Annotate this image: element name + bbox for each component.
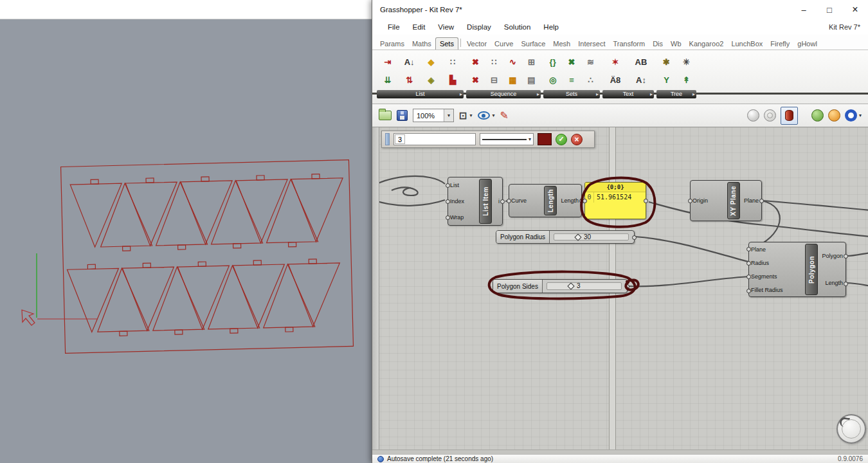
cull-index-icon[interactable]: ✖: [466, 71, 485, 89]
preview-wireframe-icon[interactable]: [764, 109, 776, 122]
component-xy-plane[interactable]: Origin XY Plane Plane: [690, 180, 762, 221]
rhino-viewport[interactable]: [0, 19, 372, 463]
partition-list-icon[interactable]: ∷: [442, 53, 464, 71]
group-expand-icon[interactable]: ▸: [650, 90, 653, 98]
color-swatch[interactable]: [538, 133, 552, 145]
series-icon[interactable]: ⊟: [485, 71, 503, 89]
open-file-icon[interactable]: [379, 111, 392, 120]
dropdown-icon[interactable]: ▾: [493, 113, 495, 118]
tab-firefly[interactable]: Firefly: [766, 38, 793, 50]
zoom-extents-icon[interactable]: ⊡: [459, 110, 467, 122]
sort-text-icon[interactable]: A↕: [628, 71, 654, 89]
accept-button[interactable]: ✓: [556, 134, 567, 145]
preview-quality-icon[interactable]: [828, 109, 840, 122]
group-expand-icon[interactable]: ▸: [537, 90, 539, 98]
explode-tree-icon[interactable]: ✱: [656, 53, 676, 71]
dropdown-icon[interactable]: ▾: [859, 113, 862, 118]
input-port[interactable]: [583, 199, 587, 203]
component-core[interactable]: XY Plane: [727, 182, 740, 219]
insert-items-icon[interactable]: ⇥: [377, 53, 399, 71]
maximize-button[interactable]: □: [817, 0, 842, 19]
input-port[interactable]: [507, 199, 511, 203]
flatten-tree-icon[interactable]: ✳: [676, 53, 696, 71]
component-list-item[interactable]: List Index Wrap List Item i: [448, 177, 503, 226]
preview-shaded-button[interactable]: [781, 107, 798, 125]
preview-eye-icon[interactable]: [478, 111, 490, 120]
input-port[interactable]: [446, 215, 450, 220]
member-index-icon[interactable]: ◎: [543, 71, 562, 89]
canvas-compass[interactable]: [836, 414, 866, 444]
tab-ghowl[interactable]: gHowl: [793, 38, 821, 50]
output-port[interactable]: [844, 282, 848, 286]
simplify-tree-icon[interactable]: ↟: [676, 71, 696, 89]
tab-kangaroo2[interactable]: Kangaroo2: [685, 38, 728, 50]
output-port[interactable]: [500, 199, 505, 204]
menu-solution[interactable]: Solution: [498, 23, 538, 31]
pick-choose-icon[interactable]: ⇊: [377, 71, 399, 89]
input-port[interactable]: [746, 261, 751, 266]
component-length[interactable]: Curve Length Length: [509, 184, 582, 217]
tab-wb[interactable]: Wb: [667, 38, 685, 50]
dropdown-icon[interactable]: ▾: [470, 113, 473, 118]
gh-canvas[interactable]: 3 ▾ ✓ × List Index Wrap List Item: [372, 127, 868, 454]
preview-off-icon[interactable]: [747, 109, 759, 122]
input-port[interactable]: [446, 183, 450, 188]
group-expand-icon[interactable]: ▸: [596, 90, 599, 98]
menu-help[interactable]: Help: [537, 23, 565, 31]
group-label-text-group[interactable]: Text ▸: [602, 90, 654, 98]
tab-intersect[interactable]: Intersect: [574, 38, 609, 50]
output-port[interactable]: [759, 199, 764, 203]
tab-surface[interactable]: Surface: [517, 38, 549, 50]
range-icon[interactable]: ⊞: [522, 53, 541, 71]
input-port[interactable]: [446, 199, 450, 204]
sketch-pen-icon[interactable]: ✎: [500, 109, 509, 122]
slider-handle[interactable]: [567, 282, 574, 289]
tab-dis[interactable]: Dis: [649, 38, 667, 50]
item-index-icon[interactable]: ◆: [420, 53, 442, 71]
reverse-list-icon[interactable]: ◈: [420, 71, 442, 89]
line-style-dropdown[interactable]: ▾: [480, 133, 534, 145]
jitter-icon[interactable]: ∿: [503, 53, 522, 71]
random-icon[interactable]: ∷: [485, 53, 503, 71]
tab-lunchbox[interactable]: LunchBox: [727, 38, 766, 50]
canvas-vscrollbar[interactable]: [372, 127, 379, 454]
repeat-data-icon[interactable]: ▦: [503, 71, 522, 89]
slider-track[interactable]: 30: [554, 233, 629, 241]
text-fragment-icon[interactable]: ✶: [602, 53, 628, 71]
toolbar-grip[interactable]: [385, 133, 390, 145]
slider-polygon-radius[interactable]: Polygon Radius 30: [496, 230, 635, 244]
slider-polygon-sides[interactable]: Polygon Sides 3: [493, 279, 628, 293]
output-port[interactable]: [644, 199, 648, 203]
tab-sets[interactable]: Sets: [435, 37, 458, 50]
slider-track[interactable]: 3: [547, 282, 622, 290]
set-difference-icon[interactable]: ✖: [562, 53, 581, 71]
output-port[interactable]: [632, 235, 637, 240]
input-port[interactable]: [746, 275, 751, 279]
custom-preview-icon[interactable]: [811, 109, 824, 122]
tab-vector[interactable]: Vector: [463, 38, 491, 50]
set-union-icon[interactable]: ≋: [581, 53, 600, 71]
canvas-hscrollbar[interactable]: [372, 449, 868, 454]
group-expand-icon[interactable]: ▸: [460, 90, 462, 98]
component-core[interactable]: List Item: [479, 179, 492, 224]
stack-data-icon[interactable]: ▤: [522, 71, 541, 89]
slider-handle[interactable]: [574, 233, 581, 241]
component-core[interactable]: Polygon: [805, 244, 818, 295]
input-port[interactable]: [746, 247, 751, 251]
zoom-dropdown[interactable]: 100% ▾: [413, 109, 454, 122]
sketch-value[interactable]: 3: [395, 134, 405, 144]
minimize-button[interactable]: –: [791, 0, 817, 19]
group-label-list[interactable]: List ▸: [377, 90, 464, 98]
sort-list-icon[interactable]: ⇅: [399, 71, 420, 89]
input-port[interactable]: [688, 199, 692, 203]
group-expand-icon[interactable]: ▸: [692, 90, 695, 98]
component-core[interactable]: Length: [544, 186, 557, 215]
component-polygon[interactable]: Plane Radius Segments Fillet Radius Poly…: [748, 242, 846, 297]
input-port[interactable]: [746, 289, 751, 293]
list-length-icon[interactable]: A↓: [399, 53, 420, 71]
concatenate-icon[interactable]: AB: [628, 53, 654, 71]
close-button[interactable]: ×: [842, 0, 868, 19]
tab-params[interactable]: Params: [376, 38, 408, 50]
cull-pattern-icon[interactable]: ✖: [466, 53, 485, 71]
group-label-sequence[interactable]: Sequence ▸: [466, 90, 541, 98]
